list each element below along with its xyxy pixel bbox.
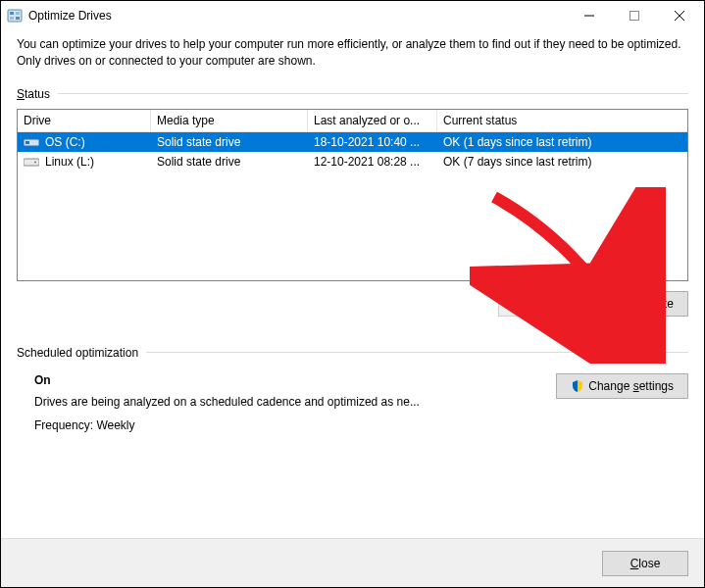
svg-point-12 [34, 161, 36, 163]
drive-name: OS (C:) [45, 135, 85, 149]
maximize-button[interactable] [612, 1, 657, 30]
analyze-button[interactable]: Analyze [498, 291, 587, 317]
column-drive[interactable]: Drive [18, 110, 151, 131]
scheduled-section-label: Scheduled optimization [17, 346, 688, 360]
shield-icon [571, 379, 584, 393]
drive-media: Solid state drive [151, 155, 308, 169]
svg-rect-6 [630, 12, 639, 21]
svg-rect-1 [10, 12, 14, 15]
hdd-icon [24, 156, 39, 168]
drive-status: OK (1 days since last retrim) [437, 135, 687, 149]
drive-row[interactable]: OS (C:) Solid state drive 18-10-2021 10:… [18, 132, 687, 152]
drive-list[interactable]: Drive Media type Last analyzed or o... C… [17, 109, 688, 281]
svg-rect-0 [8, 10, 22, 22]
minimize-button[interactable] [567, 1, 612, 30]
svg-rect-10 [25, 141, 29, 144]
close-icon [675, 11, 684, 21]
scheduled-desc: Drives are being analyzed on a scheduled… [34, 395, 556, 409]
drive-name: Linux (L:) [45, 155, 94, 169]
drive-media: Solid state drive [151, 135, 308, 149]
scheduled-frequency: Frequency: Weekly [34, 418, 556, 432]
drive-last: 12-10-2021 08:28 ... [308, 155, 437, 169]
drive-status: OK (7 days since last retrim) [437, 155, 687, 169]
svg-rect-3 [10, 17, 14, 20]
change-settings-button[interactable]: Change settings [556, 373, 688, 399]
shield-icon [513, 297, 527, 311]
ssd-icon [24, 136, 39, 148]
window-title: Optimize Drives [28, 9, 112, 23]
column-media[interactable]: Media type [151, 110, 308, 131]
svg-rect-4 [16, 17, 20, 20]
status-section-label: Status [17, 87, 688, 101]
scheduled-state: On [34, 373, 556, 387]
drive-list-header: Drive Media type Last analyzed or o... C… [18, 110, 687, 132]
optimize-button[interactable]: Optimize [595, 291, 688, 317]
dialog-footer: Close [1, 538, 704, 587]
intro-text: You can optimize your drives to help you… [17, 36, 688, 70]
svg-rect-2 [16, 12, 20, 15]
drive-last: 18-10-2021 10:40 ... [308, 135, 437, 149]
column-last[interactable]: Last analyzed or o... [308, 110, 437, 131]
minimize-icon [584, 11, 594, 21]
svg-rect-11 [24, 159, 39, 166]
maximize-icon [629, 11, 639, 21]
defrag-app-icon [7, 8, 23, 24]
titlebar: Optimize Drives [1, 1, 704, 30]
close-button[interactable]: Close [602, 551, 688, 576]
drive-row[interactable]: Linux (L:) Solid state drive 12-10-2021 … [18, 152, 687, 172]
shield-icon [610, 297, 624, 311]
column-status[interactable]: Current status [437, 110, 687, 131]
close-window-button[interactable] [657, 1, 702, 30]
